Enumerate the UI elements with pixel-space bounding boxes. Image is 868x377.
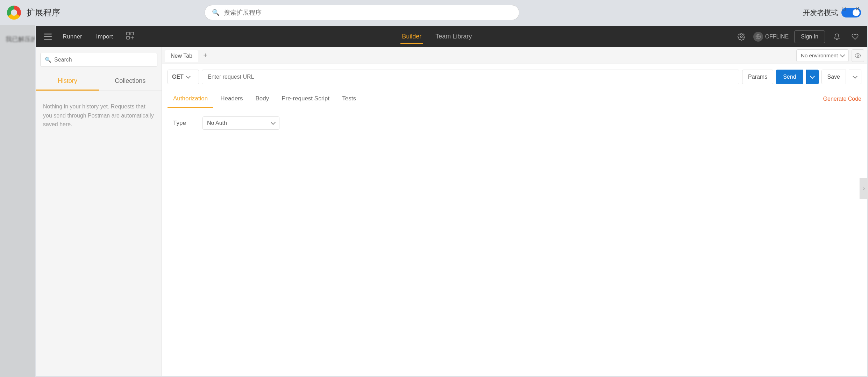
env-selector: No environment [796,49,864,62]
svg-point-10 [857,55,859,56]
offline-badge: OFFLINE [753,32,789,42]
tab-collections[interactable]: Collections [99,72,162,91]
save-button[interactable]: Save [821,70,846,84]
env-dropdown[interactable]: No environment [796,49,849,62]
request-bar: GET Params Send Save [162,64,867,90]
svg-point-8 [740,36,742,38]
svg-rect-2 [44,39,52,40]
tab-headers[interactable]: Headers [215,90,248,108]
left-panel: 🔍 History Collections Nothing in your hi… [36,47,162,376]
svg-rect-3 [127,32,129,35]
chrome-search-icon: 🔍 [212,9,220,16]
tab-tests[interactable]: Tests [336,90,362,108]
tab-history[interactable]: History [36,72,99,91]
method-label: GET [172,74,184,80]
auth-content: Type No Auth [162,108,867,138]
postman-app: Runner Import Builder Team Library [36,26,867,376]
chrome-controls: — □ ✕ [827,5,861,13]
params-button[interactable]: Params [742,70,773,84]
save-chevron-icon [852,74,857,79]
svg-rect-0 [44,34,52,35]
new-tab-label: New Tab [171,53,192,59]
chrome-search-bar: 🔍 [205,5,519,20]
request-tab-new[interactable]: New Tab [165,50,198,62]
tab-body[interactable]: Body [250,90,275,108]
svg-rect-4 [131,32,134,35]
save-dropdown-button[interactable] [849,70,861,84]
maximize-button[interactable]: □ [840,5,848,13]
new-request-button[interactable] [121,30,139,44]
sign-in-button[interactable]: Sign In [794,30,825,43]
nav-team-library[interactable]: Team Library [434,30,473,44]
search-box: 🔍 [40,53,157,67]
blurred-extension-text: 我已解压的扩展程 [0,31,35,48]
search-icon: 🔍 [45,57,51,63]
chrome-app-title: 扩展程序 [27,7,60,18]
right-edge-chevron[interactable]: › [860,178,868,199]
postman-body: 🔍 History Collections Nothing in your hi… [36,47,867,376]
extensions-blurred-sidebar: 我已解压的扩展程 [0,25,35,377]
chrome-search-input[interactable] [224,9,512,16]
method-selector[interactable]: GET [168,70,199,84]
request-tabs: Authorization Headers Body Pre-request S… [162,90,867,108]
send-dropdown-button[interactable] [806,70,819,84]
chevron-down-icon [840,52,845,57]
offline-label: OFFLINE [765,34,789,40]
notifications-icon[interactable] [831,30,843,43]
method-chevron-icon [186,74,191,79]
right-panel: New Tab + No environment [162,47,867,376]
add-tab-button[interactable]: + [200,50,211,61]
search-input[interactable] [54,57,153,63]
minimize-button[interactable]: — [827,5,834,13]
tab-pre-request[interactable]: Pre-request Script [276,90,335,108]
sidebar-toggle-button[interactable] [42,30,54,43]
runner-button[interactable]: Runner [57,30,88,43]
offline-icon [753,32,763,42]
svg-rect-1 [44,36,52,37]
generate-code-link[interactable]: Generate Code [823,96,861,102]
url-input[interactable] [202,70,739,84]
svg-rect-5 [127,36,129,39]
left-panel-tabs: History Collections [36,72,162,91]
auth-chevron-icon [271,120,276,125]
auth-type-label: Type [173,120,194,127]
history-empty-state: Nothing in your history yet. Requests th… [36,91,162,140]
env-dropdown-label: No environment [801,52,838,58]
auth-type-dropdown[interactable]: No Auth [202,116,279,130]
tab-bar: New Tab + No environment [162,47,867,64]
postman-header-right: OFFLINE Sign In [735,30,861,43]
settings-icon[interactable] [735,30,748,43]
postman-nav: Builder Team Library [142,30,732,44]
chrome-frame: 扩展程序 🔍 开发者模式 — □ ✕ 我已解压的扩展程 [0,0,868,377]
heart-icon[interactable] [849,30,861,43]
close-button[interactable]: ✕ [853,5,861,13]
import-button[interactable]: Import [91,30,119,43]
chrome-logo [7,6,21,20]
eye-button[interactable] [852,49,864,62]
main-content: 我已解压的扩展程 Runner Import [0,25,868,377]
postman-header: Runner Import Builder Team Library [36,26,867,47]
tab-authorization[interactable]: Authorization [168,90,213,108]
send-chevron-icon [810,74,815,79]
auth-no-auth-label: No Auth [207,120,227,126]
send-button[interactable]: Send [776,70,803,84]
nav-builder[interactable]: Builder [400,30,423,44]
chrome-titlebar: 扩展程序 🔍 开发者模式 — □ ✕ [0,0,868,25]
